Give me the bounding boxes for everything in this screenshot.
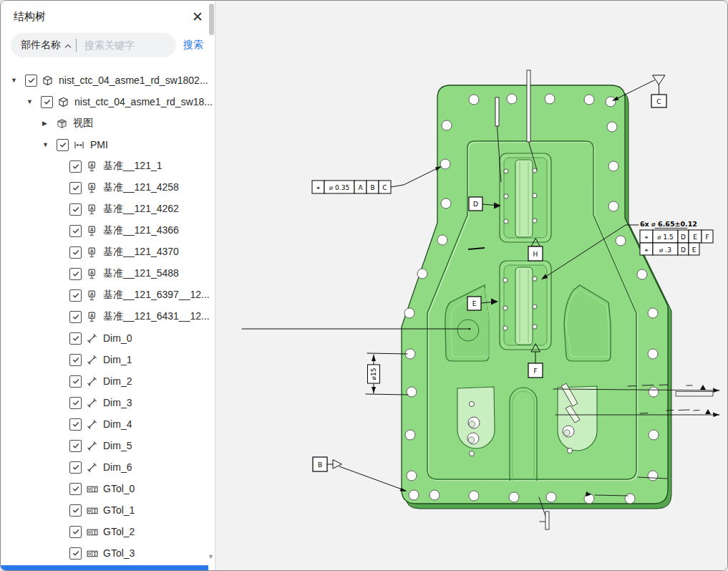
chevron-up-icon[interactable] — [64, 44, 72, 49]
search-input[interactable] — [83, 39, 169, 52]
gtol-icon — [87, 483, 99, 494]
search-pill[interactable]: 部件名称 — [11, 33, 176, 57]
visibility-checkbox[interactable] — [69, 526, 82, 538]
search-category-dropdown[interactable]: 部件名称 — [21, 39, 61, 52]
tree-row[interactable]: GTol_0 — [1, 478, 215, 499]
close-icon[interactable]: ✕ — [192, 10, 203, 24]
scrollbar-down-arrow-icon[interactable]: ▼ — [208, 553, 214, 560]
cad-viewer-window: ⌖ ⌀ 0.35 A B C 6x ⌀ 6.65±0.12 ⌖ ⌀ — [0, 0, 728, 571]
tree-row[interactable]: A基准__121_4262 — [1, 198, 215, 220]
visibility-checkbox[interactable] — [69, 483, 82, 495]
panel-header: 结构树 ✕ — [1, 1, 215, 24]
visibility-checkbox[interactable] — [69, 440, 82, 452]
tree-row[interactable]: A基准__121_4366 — [1, 220, 215, 241]
expand-arrow-icon[interactable]: ▼ — [11, 77, 25, 84]
visibility-checkbox[interactable] — [69, 354, 82, 366]
visibility-checkbox[interactable] — [69, 375, 82, 388]
tree-item-label: 基准__121_1 — [103, 160, 162, 173]
lower-slot-feature[interactable] — [500, 261, 551, 350]
dim-icon — [87, 375, 99, 387]
datum-letter: F — [533, 368, 537, 375]
fcf-datum-ref: D — [681, 234, 686, 241]
tree-item-label: Dim_4 — [103, 418, 132, 430]
right-boss[interactable] — [558, 383, 597, 454]
tree-row[interactable]: ▶视图 — [1, 112, 215, 134]
edge-on-flag-top-2 — [495, 97, 499, 126]
tree-item-label: Dim_0 — [103, 332, 132, 344]
datum-icon: A — [87, 182, 99, 193]
datum-icon: A — [87, 160, 99, 172]
fcf-symbol: ⌖ — [316, 184, 320, 191]
datum-letter: E — [472, 300, 477, 307]
visibility-checkbox[interactable] — [41, 96, 53, 108]
datum-icon: A — [87, 225, 99, 236]
tree-item-label: Dim_5 — [103, 440, 132, 451]
tree-item-label: nist_ctc_04_asme1_rd_sw1802... — [59, 75, 208, 86]
visibility-checkbox[interactable] — [69, 418, 82, 431]
tree-row[interactable]: Dim_0 — [1, 327, 215, 349]
visibility-checkbox[interactable] — [69, 160, 82, 173]
tree-item-label: PMI — [90, 139, 108, 150]
expand-arrow-icon[interactable]: ▼ — [26, 98, 41, 105]
tree-row[interactable]: GTol_3 — [1, 542, 215, 564]
visibility-checkbox[interactable] — [69, 225, 82, 237]
visibility-checkbox[interactable] — [69, 311, 82, 323]
tree-row[interactable]: A基准__121_1 — [1, 155, 215, 177]
expand-arrow-icon[interactable]: ▼ — [42, 141, 57, 148]
tree-row[interactable]: ▼nist_ctc_04_asme1_rd_sw18... — [1, 91, 215, 112]
datum-icon: A — [87, 246, 99, 258]
tree-item-label: 视图 — [73, 117, 93, 130]
tree-item-label: Dim_1 — [103, 354, 132, 365]
visibility-checkbox[interactable] — [69, 289, 82, 302]
tree-item-label: Dim_2 — [103, 375, 132, 387]
tree-row[interactable]: Dim_4 — [1, 413, 215, 435]
dim-icon — [87, 354, 99, 365]
visibility-checkbox[interactable] — [57, 139, 69, 151]
tree-row[interactable]: ▼PMI — [1, 134, 215, 155]
tree-item-label: 基准__121_6431__12... — [103, 310, 210, 323]
visibility-checkbox[interactable] — [69, 332, 82, 345]
tree-row[interactable]: A基准__121_6431__12... — [1, 306, 215, 327]
dim-icon — [87, 397, 99, 408]
visibility-checkbox[interactable] — [69, 504, 82, 517]
tree-row[interactable]: Dim_2 — [1, 370, 215, 392]
svg-text:A: A — [90, 183, 94, 188]
pmi-icon — [74, 139, 86, 150]
visibility-checkbox[interactable] — [69, 461, 82, 474]
datum-letter: C — [656, 98, 661, 105]
expand-arrow-icon[interactable]: ▶ — [42, 120, 57, 127]
tree-row[interactable]: GTol_1 — [1, 499, 215, 521]
datum-icon: A — [87, 289, 99, 301]
scrollbar-thumb[interactable] — [209, 4, 214, 35]
visibility-checkbox[interactable] — [69, 182, 82, 194]
tree-item-label: 基准__121_4262 — [103, 203, 179, 216]
part-icon — [42, 75, 54, 86]
tree-row[interactable]: ▼nist_ctc_04_asme1_rd_sw1802... — [1, 69, 215, 91]
visibility-checkbox[interactable] — [69, 547, 82, 560]
tree-row[interactable]: A基准__121_4370 — [1, 241, 215, 263]
gtol-icon — [87, 526, 99, 537]
tree-row[interactable]: Dim_1 — [1, 349, 215, 370]
visibility-checkbox[interactable] — [69, 203, 82, 216]
visibility-checkbox[interactable] — [69, 397, 82, 409]
svg-text:A: A — [90, 269, 94, 274]
tree-row[interactable]: A基准__121_5488 — [1, 263, 215, 284]
visibility-checkbox[interactable] — [25, 75, 37, 87]
upper-slot-feature[interactable] — [500, 153, 551, 242]
search-bar: 部件名称 搜索 — [11, 33, 206, 57]
tree-row[interactable]: GTol_2 — [1, 521, 215, 542]
tree-row[interactable]: A基准__121_6397__12... — [1, 284, 215, 306]
fcf-datum-ref: B — [370, 184, 374, 191]
panel-scrollbar[interactable]: ▼ — [208, 2, 214, 569]
datum-letter: D — [473, 201, 478, 208]
hole-callout-title: 6x ⌀ 6.65±0.12 — [640, 220, 697, 228]
tree-row[interactable]: Dim_3 — [1, 392, 215, 413]
tree-row[interactable]: A基准__121_4258 — [1, 177, 215, 198]
tree-row[interactable]: Dim_6 — [1, 456, 215, 478]
visibility-checkbox[interactable] — [69, 246, 82, 259]
visibility-checkbox[interactable] — [69, 268, 82, 280]
tree-row[interactable]: Dim_5 — [1, 435, 215, 456]
part-icon — [58, 96, 70, 107]
tree-item-label: 基准__121_5488 — [103, 267, 179, 280]
search-button[interactable]: 搜索 — [183, 39, 203, 52]
